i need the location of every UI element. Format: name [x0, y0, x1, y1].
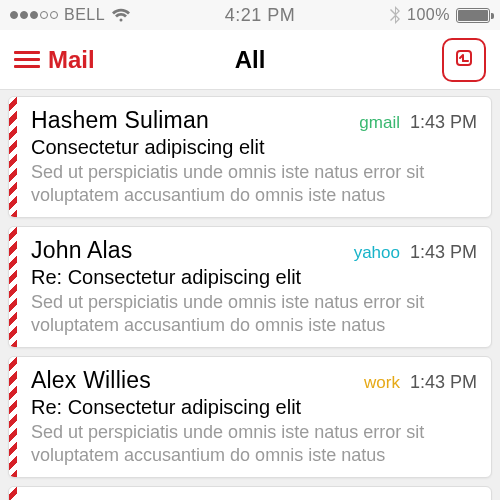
message-preview: Sed ut perspiciatis unde omnis iste natu…	[31, 161, 477, 206]
message-sender: John Alas	[31, 237, 133, 264]
status-bar: BELL 4:21 PM 100%	[0, 0, 500, 30]
message-card[interactable]: Alex Willies work 1:43 PM Re: Consectetu…	[8, 356, 492, 478]
account-badge: yahoo	[354, 243, 400, 263]
message-subject: Re: Consectetur adipiscing elit	[31, 396, 477, 419]
wifi-icon	[111, 8, 131, 23]
message-sender: Alex Willies	[31, 367, 151, 394]
message-time: 1:43 PM	[410, 372, 477, 393]
bluetooth-icon	[389, 6, 401, 24]
signal-strength-icon	[10, 11, 58, 19]
nav-bar: Mail All	[0, 30, 500, 90]
message-time: 1:43 PM	[410, 112, 477, 133]
message-time: 1:43 PM	[410, 242, 477, 263]
menu-icon[interactable]	[14, 51, 40, 68]
account-badge: work	[364, 373, 400, 393]
message-subject: Re: Consectetur adipiscing elit	[31, 266, 477, 289]
battery-percent: 100%	[407, 6, 450, 24]
message-preview: Sed ut perspiciatis unde omnis iste natu…	[31, 421, 477, 466]
message-card[interactable]: John Alas yahoo 1:43 PM Re: Consectetur …	[8, 226, 492, 348]
message-card[interactable]: Hashem Suliman gmail 1:43 PM Consectetur…	[8, 486, 492, 500]
message-card[interactable]: Hashem Suliman gmail 1:43 PM Consectetur…	[8, 96, 492, 218]
status-time: 4:21 PM	[225, 5, 296, 26]
status-left: BELL	[10, 6, 131, 24]
compose-button[interactable]	[442, 38, 486, 82]
carrier-label: BELL	[64, 6, 105, 24]
nav-back-label[interactable]: Mail	[48, 46, 95, 74]
message-subject: Consectetur adipiscing elit	[31, 136, 477, 159]
page-title: All	[235, 46, 266, 74]
unread-stripe-icon	[9, 357, 17, 477]
unread-stripe-icon	[9, 227, 17, 347]
message-list[interactable]: Hashem Suliman gmail 1:43 PM Consectetur…	[0, 90, 500, 500]
message-sender: Hashem Suliman	[31, 107, 209, 134]
unread-stripe-icon	[9, 97, 17, 217]
unread-stripe-icon	[9, 487, 17, 500]
compose-icon	[452, 46, 476, 74]
account-badge: gmail	[359, 113, 400, 133]
message-preview: Sed ut perspiciatis unde omnis iste natu…	[31, 291, 477, 336]
status-right: 100%	[389, 6, 490, 24]
nav-left[interactable]: Mail	[14, 46, 95, 74]
battery-icon	[456, 8, 490, 23]
